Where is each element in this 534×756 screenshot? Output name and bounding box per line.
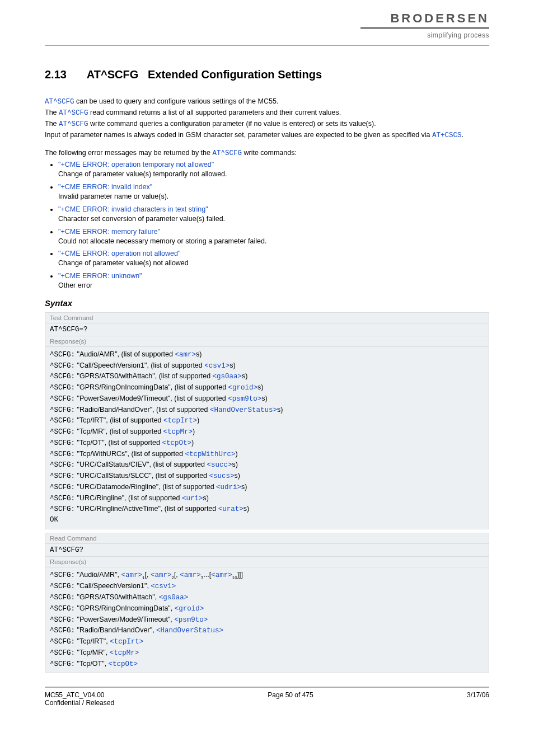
resp-prefix: ^SCFG: (50, 495, 75, 503)
param-link[interactable]: <tcpOt> (162, 439, 191, 447)
param-link[interactable]: <succ> (207, 461, 232, 469)
resp-prefix: ^SCFG: (50, 439, 75, 447)
param-link[interactable]: <tcpMr> (163, 428, 193, 436)
section-number: 2.13 (45, 68, 84, 81)
link-atscfg[interactable]: AT^SCFG (45, 98, 74, 106)
resp-line: ^SCFG: "GPRS/RingOnIncomingData", (list … (50, 382, 484, 393)
text: s) (196, 350, 202, 358)
read-command-box: Read Command AT^SCFG? Response(s) ^SCFG:… (45, 533, 489, 674)
resp-prefix: ^SCFG: (50, 362, 75, 370)
param-link[interactable]: <psm9to> (228, 395, 261, 403)
param-link[interactable]: <gs0aa> (159, 594, 189, 602)
text: Input of parameter names is always coded… (45, 131, 432, 139)
error-link[interactable]: "+CME ERROR: unknown" (58, 272, 142, 280)
text: . (462, 131, 463, 139)
param-link[interactable]: <urat> (218, 505, 243, 513)
resp-line: ^SCFG: "URC/CallStatus/CIEV", (list of s… (50, 459, 484, 471)
resp-prefix: ^SCFG: (50, 616, 75, 624)
param-link[interactable]: <amr> (175, 351, 196, 359)
text: "Tcp/OT", (list of supported (75, 439, 162, 447)
text: ) (235, 450, 237, 458)
resp-ok: OK (50, 515, 484, 525)
param-link[interactable]: <tcpOt> (109, 660, 138, 668)
resp-line: ^SCFG: "Audio/AMR", (list of supported <… (50, 349, 484, 360)
brand-logo: BRODERSEN (390, 11, 489, 26)
error-link[interactable]: "+CME ERROR: operation not allowed" (58, 250, 180, 257)
resp-line: ^SCFG: "GPRS/RingOnIncomingData", <groid… (50, 603, 484, 614)
resp-prefix: ^SCFG: (50, 571, 75, 579)
header-rule (45, 45, 489, 46)
param-link[interactable]: <uri> (182, 495, 203, 503)
param-link[interactable]: <udri> (216, 483, 241, 491)
error-item: "+CME ERROR: unknown"Other error (58, 271, 489, 290)
error-desc: Other error (58, 281, 489, 290)
param-link[interactable]: <tcpWithUrc> (185, 450, 235, 458)
param-link[interactable]: <HandOverStatus> (156, 627, 223, 635)
text: "Call/SpeechVersion1", (list of supporte… (75, 361, 204, 369)
page: BRODERSEN simplifying process 2.13 AT^SC… (0, 0, 534, 718)
param-link[interactable]: <csv1> (204, 362, 229, 370)
error-list: "+CME ERROR: operation temporary not all… (50, 160, 489, 290)
link-atscfg[interactable]: AT^SCFG (212, 149, 242, 157)
text: "Tcp/MR", (75, 649, 110, 656)
resp-prefix: ^SCFG: (50, 649, 75, 657)
resp-line: ^SCFG: "Tcp/IRT", <tcpIrt> (50, 636, 484, 647)
resp-prefix: ^SCFG: (50, 660, 75, 668)
read-responses: ^SCFG: "Audio/AMR", <amr>1[, <amr>2[, <a… (45, 567, 489, 673)
text: ) (193, 428, 195, 435)
error-link[interactable]: "+CME ERROR: invalid index" (58, 183, 152, 191)
param-link[interactable]: <sucs> (209, 472, 235, 480)
link-atcscs[interactable]: AT+CSCS (432, 132, 462, 139)
footer-left: MC55_ATC_V04.00 Confidential / Released (45, 691, 114, 707)
box-header: Read Command (45, 533, 489, 544)
resp-prefix: ^SCFG: (50, 472, 75, 480)
text: The (45, 120, 59, 128)
test-command: AT^SCFG=? (45, 323, 489, 336)
error-intro: The following error messages may be retu… (45, 148, 489, 158)
param-link[interactable]: <tcpMr> (110, 649, 139, 657)
param-link[interactable]: <amr> (121, 571, 143, 579)
text: "GPRS/RingOnIncomingData", (list of supp… (75, 383, 228, 391)
error-item: "+CME ERROR: invalid index"Invalid param… (58, 182, 489, 201)
link-atscfg[interactable]: AT^SCFG (59, 109, 88, 117)
text: "Tcp/OT", (75, 660, 109, 668)
link-atscfg[interactable]: AT^SCFG (59, 120, 88, 128)
param-link[interactable]: <groid> (175, 605, 204, 613)
param-link[interactable]: <psm9to> (174, 616, 208, 624)
text: s) (243, 505, 249, 513)
page-header: BRODERSEN simplifying process (45, 11, 489, 41)
param-link[interactable]: <amr> (151, 571, 172, 579)
error-desc: Could not allocate necessary memory or s… (58, 237, 489, 246)
error-item: "+CME ERROR: memory failure"Could not al… (58, 227, 489, 246)
param-link[interactable]: <gs0aa> (213, 373, 242, 381)
text: The following error messages may be retu… (45, 149, 212, 157)
text: "Tcp/IRT", (list of supported (75, 416, 163, 424)
error-link[interactable]: "+CME ERROR: operation temporary not all… (58, 161, 214, 168)
text: s) (242, 372, 247, 380)
text: can be used to query and configure vario… (74, 97, 279, 105)
param-link[interactable]: <amr> (211, 571, 232, 579)
param-link[interactable]: <tcpIrt> (110, 638, 143, 646)
page-number: Page 50 of 475 (268, 691, 313, 707)
text: "URC/Ringline/ActiveTime", (list of supp… (75, 505, 218, 513)
error-link[interactable]: "+CME ERROR: invalid characters in text … (58, 205, 208, 213)
resp-line: ^SCFG: "Tcp/MR", <tcpMr> (50, 647, 484, 659)
subscript: 10 (232, 575, 237, 580)
param-link[interactable]: <csv1> (151, 583, 176, 590)
resp-line: ^SCFG: "Audio/AMR", <amr>1[, <amr>2[, <a… (50, 570, 484, 581)
resp-prefix: ^SCFG: (50, 406, 75, 414)
error-link[interactable]: "+CME ERROR: memory failure" (58, 228, 160, 236)
param-link[interactable]: <amr> (180, 571, 201, 579)
text: ]]] (237, 571, 243, 579)
resp-prefix: ^SCFG: (50, 638, 75, 646)
text: "Audio/AMR", (75, 571, 121, 579)
param-link[interactable]: <HandOverStatus> (210, 406, 277, 414)
resp-line: ^SCFG: "URC/Datamode/Ringline", (list of… (50, 482, 484, 493)
text: "Tcp/WithURCs", (list of supported (75, 450, 185, 458)
intro-paragraph: AT^SCFG can be used to query and configu… (45, 97, 489, 140)
resp-prefix: ^SCFG: (50, 450, 75, 458)
param-link[interactable]: <groid> (228, 384, 258, 392)
text: "URC/Ringline", (list of supported (75, 494, 182, 502)
logo-underline (360, 27, 489, 29)
param-link[interactable]: <tcpIrt> (163, 417, 197, 425)
